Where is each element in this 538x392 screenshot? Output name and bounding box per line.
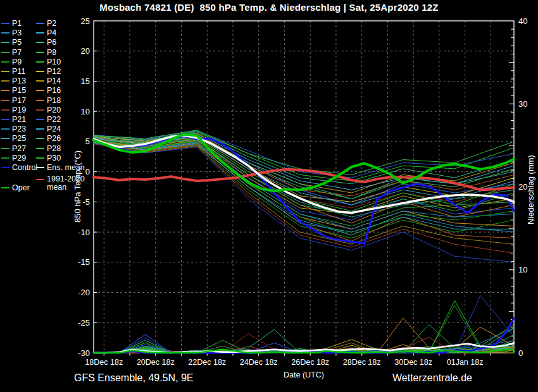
precip-tick-label: 0	[518, 348, 523, 358]
ensemble-precip-line-P10	[94, 300, 514, 353]
precip-tick-label: 30	[518, 99, 527, 109]
temp-tick-label: -10	[78, 228, 90, 237]
site-credit-label: Wetterzentrale.de	[392, 372, 472, 384]
date-tick-label: 20Dec 18z	[137, 358, 175, 367]
temp-tick-label: -30	[78, 348, 90, 358]
date-tick-label: 30Dec 18z	[394, 358, 432, 367]
temp-tick-label: 0	[85, 167, 90, 176]
date-tick-label: 24Dec 18z	[240, 358, 278, 367]
date-tick-label: 01Jan 18z	[447, 358, 484, 367]
precip-tick-label: 10	[518, 265, 527, 274]
ensemble-temp-line-P20	[94, 144, 514, 254]
plot-border	[94, 21, 514, 353]
date-tick-label: 26Dec 18z	[291, 358, 329, 367]
y-axis-label-temp: 850 hPa Temp. (°C)	[73, 150, 82, 223]
ensemble-temp-line-P28	[94, 130, 514, 175]
date-tick-label: 18Dec 18z	[85, 358, 123, 367]
temp-tick-label: -20	[78, 288, 90, 297]
temp-tick-label: 10	[81, 107, 90, 116]
temp-tick-label: -25	[78, 318, 90, 328]
ensemble-temp-line-P7	[94, 142, 514, 226]
temp-tick-label: 25	[81, 16, 90, 26]
temp-tick-label: -15	[78, 257, 90, 267]
model-location-label: GFS Ensemble, 49.5N, 9E	[74, 372, 194, 384]
y-axis-label-precip: Niederschlag (mm)	[526, 155, 535, 224]
meteogram-page: Mosbach 74821 (DE) 850 hPa Temp. & Niede…	[0, 0, 538, 392]
temp-tick-label: 15	[81, 77, 90, 86]
x-axis-title: Date (UTC)	[241, 371, 367, 379]
temp-tick-label: -5	[82, 197, 90, 207]
temp-tick-label: 5	[85, 137, 90, 146]
precip-tick-label: 40	[518, 16, 527, 26]
date-tick-label: 28Dec 18z	[343, 358, 381, 367]
temp-tick-label: 20	[81, 46, 90, 56]
date-tick-label: 22Dec 18z	[188, 358, 226, 367]
